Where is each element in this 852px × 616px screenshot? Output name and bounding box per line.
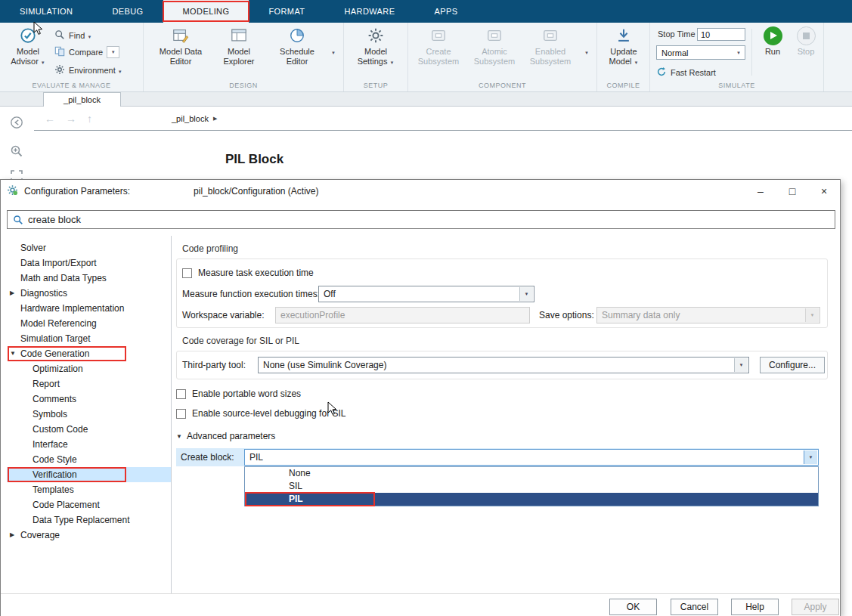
tree-item-verification[interactable]: Verification [7,467,171,482]
tree-item-optimization[interactable]: Optimization [7,361,171,376]
run-button[interactable]: Run [756,26,789,57]
breadcrumb[interactable]: _pil_block ▶ [172,114,217,123]
ok-button[interactable]: OK [609,599,657,615]
design-more-button[interactable] [329,45,336,60]
model-data-editor-button[interactable]: Model Data Editor [156,26,206,67]
code-coverage-heading: Code coverage for SIL or PIL [182,336,299,346]
workspace-variable-label: Workspace variable: [182,310,275,320]
atomic-subsystem-label-1: Atomic [482,47,507,57]
run-play-icon [764,26,782,45]
schedule-editor-icon [289,26,305,45]
chevron-down-icon[interactable] [734,358,748,372]
compare-button[interactable]: Compare [54,45,119,59]
tab-hardware[interactable]: HARDWARE [324,0,414,23]
stop-time-input[interactable] [697,28,745,41]
measure-func-dropdown[interactable]: Off [318,286,534,302]
create-subsystem-label-2: Subsystem [418,57,459,67]
tree-item-label: Data Import/Export [20,258,97,268]
compare-dropdown-button[interactable] [107,46,119,58]
chevron-down-icon[interactable] [519,287,533,301]
group-label-setup: SETUP [344,82,407,89]
model-advisor-label-1: Model [17,47,39,57]
create-block-option-list: None SIL PIL [244,466,819,506]
tree-item-custom-code[interactable]: Custom Code [7,422,171,437]
tree-item-diagnostics[interactable]: ▶Diagnostics [7,286,171,301]
update-model-label-2: Model [609,57,639,68]
tree-item-model-referencing[interactable]: Model Referencing [7,316,171,331]
tab-apps[interactable]: APPS [414,0,477,23]
model-advisor-button[interactable]: Model Advisor [6,26,50,68]
tab-simulation[interactable]: SIMULATION [0,0,92,23]
configure-button[interactable]: Configure... [760,357,825,373]
model-explorer-button[interactable]: Model Explorer [214,26,264,67]
environment-button[interactable]: Environment [54,63,122,77]
cancel-button[interactable]: Cancel [671,599,718,615]
tree-item-label: Diagnostics [20,288,67,299]
create-block-dropdown[interactable]: PIL [244,449,819,466]
option-pil[interactable]: PIL [245,493,818,506]
tree-item-code-placement[interactable]: Code Placement [7,497,171,512]
model-settings-button[interactable]: Model Settings [352,26,400,68]
tree-item-label: Code Style [33,454,77,465]
tree-item-data-type-replacement[interactable]: Data Type Replacement [7,512,171,528]
back-navigation-icon[interactable] [10,116,23,132]
breadcrumb-label: _pil_block [172,114,209,123]
tree-item-templates[interactable]: Templates [7,482,171,497]
portable-word-checkbox[interactable] [176,389,186,399]
measure-func-row: Measure function execution times: Off [182,286,534,302]
tab-modeling[interactable]: MODELING [163,0,249,23]
update-model-button[interactable]: Update Model [599,26,648,68]
tree-item-interface[interactable]: Interface [7,437,171,452]
tab-label: FORMAT [268,7,305,16]
forward-arrow-icon[interactable]: → [66,113,76,125]
group-component: Create Subsystem Atomic Subsystem Enable… [408,23,597,91]
zoom-in-icon[interactable] [10,144,23,161]
breadcrumb-bar: ← → ↑ _pil_block ▶ [34,107,852,131]
back-arrow-icon[interactable]: ← [45,113,55,125]
advanced-parameters-toggle[interactable]: ▼ Advanced parameters [176,428,275,444]
document-tab-pil-block[interactable]: _pil_block [43,92,121,107]
find-button[interactable]: Find [54,28,91,42]
component-more-button[interactable] [582,45,589,60]
option-label: PIL [289,494,303,504]
third-party-tool-label: Third-party tool: [182,360,258,370]
schedule-editor-button[interactable]: Schedule Editor [272,26,322,67]
tree-item-simulation-target[interactable]: Simulation Target [7,331,171,346]
tree-item-code-style[interactable]: Code Style [7,452,171,467]
tree-item-coverage[interactable]: ▶Coverage [7,528,171,543]
tab-label: SIMULATION [20,7,73,16]
help-button[interactable]: Help [731,599,779,615]
tree-item-symbols[interactable]: Symbols [7,407,171,422]
group-evaluate-manage: Model Advisor Find Compare Environment E… [0,23,144,91]
configure-button-label: Configure... [769,360,816,370]
measure-task-checkbox[interactable] [182,268,192,278]
tree-item-label: Hardware Implementation [20,303,124,314]
third-party-tool-dropdown[interactable]: None (use Simulink Coverage) [258,357,749,373]
find-label: Find [69,31,91,40]
fast-restart-toggle[interactable]: Fast Restart [656,65,716,79]
fast-restart-icon [656,67,667,79]
measure-task-label: Measure task execution time [198,268,314,278]
tree-item-math-data-types[interactable]: Math and Data Types [7,271,171,286]
tree-item-report[interactable]: Report [7,376,171,392]
tree-item-hardware-implementation[interactable]: Hardware Implementation [7,301,171,316]
simulation-mode-dropdown[interactable]: Normal ▼ [656,45,745,60]
tab-debug[interactable]: DEBUG [92,0,163,23]
option-none[interactable]: None [245,467,818,480]
chevron-down-icon[interactable] [804,450,817,464]
tab-label: DEBUG [112,7,143,16]
tab-format[interactable]: FORMAT [249,0,324,23]
tree-item-comments[interactable]: Comments [7,392,171,407]
workspace-variable-field: executionProfile [275,307,530,323]
chevron-down-icon [805,308,819,322]
chevron-down-icon: ▼ [736,51,741,55]
option-sil[interactable]: SIL [245,480,818,493]
model-data-editor-label-2: Editor [170,57,192,67]
source-debug-checkbox[interactable] [176,409,186,419]
tree-item-code-generation[interactable]: ▼Code Generation [7,346,171,361]
tree-item-solver[interactable]: Solver [7,240,171,255]
tree-item-label: Coverage [20,530,60,540]
tree-item-label: Code Placement [33,500,100,510]
up-arrow-icon[interactable]: ↑ [87,113,92,125]
tree-item-data-import-export[interactable]: Data Import/Export [7,255,171,271]
